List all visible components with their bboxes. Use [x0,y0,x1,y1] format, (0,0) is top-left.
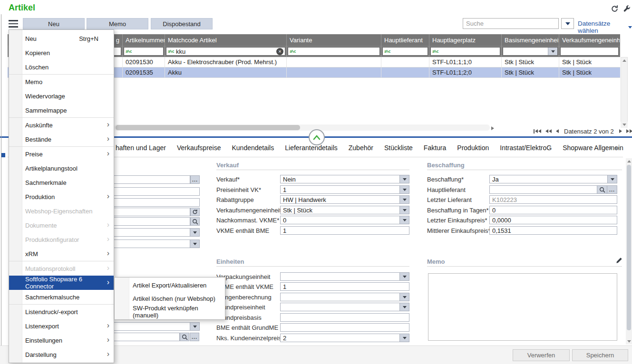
column-header-hauptlieferant[interactable]: Hauptlieferant [381,34,429,46]
dropdown-button[interactable] [607,175,617,183]
records-select-dropdown[interactable]: Datensätze wählen [578,20,632,34]
dropdown-button[interactable] [399,273,409,280]
menu-toggle-icon[interactable] [9,20,18,28]
ellipsis-button[interactable]: ... [190,333,199,341]
vertical-scroll-thumb[interactable] [627,165,631,330]
menu-item-loeschen[interactable]: Löschen [9,60,114,74]
dispobestand-button[interactable]: Dispobestand [151,18,213,29]
tab-scroll-left-button[interactable] [609,146,612,150]
column-header-verkaufsmengeneinheit[interactable]: Verkaufsmengeneinheit [559,34,620,46]
dropdown-button[interactable] [399,186,409,193]
next-page-button[interactable] [625,129,632,133]
search-button[interactable] [597,186,607,193]
first-record-button[interactable] [533,129,542,134]
search-filter-dropdown[interactable] [561,18,574,29]
scroll-down-icon[interactable] [627,340,631,343]
column-header-variante[interactable]: Variante [287,34,381,46]
rabattgruppe-select[interactable]: HW | Handwerk [280,195,409,204]
tab-verkaufspreise[interactable]: Verkaufspreise [177,144,221,152]
menu-item-einstellungen[interactable]: Einstellungen› [9,333,114,347]
submenu-item-artikel-export-aktualisieren[interactable]: Artikel Export/Aktualisieren [115,278,225,292]
search-field-button[interactable] [180,333,189,341]
dropdown-button[interactable] [399,196,409,203]
filter-variante-input[interactable] [297,48,379,55]
tab-kundendetails[interactable]: Kundendetails [232,144,274,152]
scroll-up-icon[interactable] [622,59,626,62]
memo-button[interactable]: Memo [87,18,148,29]
mittlerer-einkaufspreis-input[interactable]: 0,1531 [489,226,617,235]
menu-item-sachmerkmalsuche[interactable]: Sachmerkmalsuche [9,290,114,304]
menu-item-sachmerkmale[interactable]: Sachmerkmale [9,175,114,190]
tab-stueckliste[interactable]: Stückliste [384,144,413,152]
filter-hauptlagerplatz-input[interactable] [439,48,500,55]
detail-vertical-scrollbar[interactable] [626,158,632,345]
beschaffung-select[interactable]: Ja [489,175,617,183]
menu-item-xrm[interactable]: xRM› [9,247,114,261]
tab-scroll-right-button[interactable] [616,146,619,150]
dropdown-button[interactable] [399,175,409,183]
collapse-grid-button[interactable] [309,129,325,145]
menu-item-softfolio-shopware-6-connector[interactable]: Softfolio Shopware 6 Connector› [9,276,114,290]
scroll-up-icon[interactable] [627,160,631,163]
bme-enthaelt-grundme-input[interactable] [280,323,409,332]
horizontal-scroll-thumb[interactable] [116,125,300,130]
wrench-icon[interactable] [622,4,632,13]
next-record-button[interactable] [618,129,623,133]
refresh-icon[interactable] [610,4,619,13]
refresh-field-button[interactable] [190,208,200,216]
grundpreiseinheit-select[interactable] [280,303,409,311]
dropdown-button[interactable] [399,303,409,311]
menu-item-listendruck-export[interactable]: Listendruck/-export [9,305,114,319]
menu-item-wiedervorlage[interactable]: Wiedervorlage [9,89,114,103]
column-header-artikelnummer[interactable]: Artikelnummer [123,34,165,46]
dropdown-button[interactable] [190,229,199,236]
hauptlieferant-lookup[interactable]: ... [489,185,617,194]
memo-textarea[interactable] [428,273,617,341]
filter-mode-icon[interactable]: a%c [166,49,175,54]
tab-produktion[interactable]: Produktion [457,144,489,152]
grid-vertical-scrollbar[interactable] [621,57,628,127]
menu-item-kopieren[interactable]: Kopieren [9,46,114,60]
verpackungseinheit-select[interactable] [280,272,409,281]
prev-page-button[interactable] [544,129,553,133]
tab-faktura[interactable]: Faktura [424,144,446,152]
dropdown-button[interactable] [190,323,199,330]
dropdown-button[interactable] [190,240,199,248]
menu-item-neu[interactable]: NeuStrg+N [9,31,114,46]
dropdown-button[interactable] [399,216,409,224]
search-field-button[interactable] [190,217,200,226]
prev-record-button[interactable] [555,129,560,133]
menu-item-listenexport[interactable]: Listenexport› [9,319,114,333]
tab-zubehoer[interactable]: Zubehör [349,144,373,152]
ellipsis-button[interactable]: ... [607,186,617,193]
dropdown-button[interactable] [399,293,409,301]
tab-intrastat-elektrog[interactable]: Intrastat/ElektroG [500,144,552,152]
clear-filter-icon[interactable]: × [276,48,283,55]
menu-item-bestaende[interactable]: Bestände› [9,132,114,146]
beschaffung-in-tagen-input[interactable]: 0 [489,206,617,214]
column-header-matchcode[interactable]: Matchcode Artikel [165,34,287,46]
menu-item-darstellung[interactable]: Darstellung› [9,347,114,362]
column-header-hauptlagerplatz[interactable]: Hauptlagerplatz [429,34,502,46]
submenu-item-artikel-loeschen-nur-webshop[interactable]: Artikel löschen (nur Webshop) [115,292,225,305]
filter-matchcode-input[interactable] [175,48,276,55]
dropdown-button[interactable] [548,48,557,55]
nachkommast-vkme-select[interactable]: 0 [280,216,409,224]
vpme-enthaelt-vkme-input[interactable]: 1 [280,282,409,291]
menu-item-memo[interactable]: Memo [9,75,114,89]
menu-item-produktion[interactable]: Produktion› [9,190,114,204]
filter-mode-icon[interactable]: a%c [383,49,391,54]
menu-item-preise[interactable]: Preise› [9,147,114,161]
tab-lieferantendetails[interactable]: Lieferantendetails [285,144,338,152]
tab-eigenschaften-und-lager[interactable]: haften und Lager [116,144,166,152]
dropdown-button[interactable] [399,334,409,342]
verkaufsmengeneinheit-select[interactable]: Stk | Stück [280,206,409,214]
column-header-basismengeneinheit[interactable]: Basismengeneinheit [502,34,559,46]
nks-kundeneinzelpreis-select[interactable]: 2 [280,334,409,342]
search-input[interactable] [463,18,559,29]
menu-item-auskuenfte[interactable]: Auskünfte› [9,118,114,132]
filter-hauptlieferant-input[interactable] [391,48,428,55]
filter-artikelnummer-input[interactable] [133,48,163,55]
speichern-button[interactable]: Speichern [572,349,628,361]
filter-mode-icon[interactable]: a%c [431,49,439,54]
